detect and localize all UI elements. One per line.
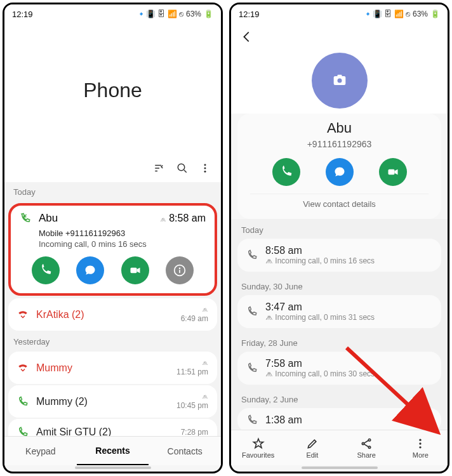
- svg-point-13: [368, 439, 370, 440]
- incoming-call-icon: [246, 249, 258, 261]
- top-nav: [231, 23, 448, 50]
- call-time: 11:51 pm: [176, 367, 208, 376]
- call-history[interactable]: Today 8:58 am ⩕ Incoming call, 0 mins 16…: [231, 219, 448, 430]
- history-row[interactable]: 1:38 am: [237, 408, 441, 430]
- call-row[interactable]: Mummy ⩕11:51 pm: [8, 352, 217, 384]
- history-section: Today: [231, 219, 448, 239]
- history-section: Sunday, 30 June: [231, 275, 448, 295]
- avatar-section: [231, 50, 448, 114]
- message-button[interactable]: [76, 256, 104, 284]
- info-button[interactable]: [166, 256, 194, 284]
- page-title: Phone: [83, 79, 142, 102]
- incoming-call-icon: [246, 414, 258, 426]
- history-time: 1:38 am: [265, 414, 302, 426]
- svg-point-9: [337, 79, 342, 83]
- history-time: 3:47 am: [265, 301, 375, 313]
- call-name: Abu: [39, 212, 152, 225]
- more-icon[interactable]: [199, 162, 211, 174]
- history-row[interactable]: 8:58 am ⩕ Incoming call, 0 mins 16 secs: [237, 239, 441, 272]
- incoming-call-icon: [20, 213, 31, 224]
- call-name: KrAtika (2): [36, 309, 173, 321]
- bottom-action-bar: Favourites Edit Share More: [231, 430, 448, 465]
- history-detail: Incoming call, 0 mins 31 secs: [275, 313, 375, 322]
- home-indicator[interactable]: [75, 466, 151, 469]
- contact-history-screen: 12:19 🔹📳 🗄 📶 ⎋ 63%🔋 Abu +911161192963: [229, 3, 449, 473]
- contact-number: +911161192963: [237, 139, 441, 149]
- svg-point-2: [204, 168, 206, 169]
- incoming-call-icon: [17, 426, 29, 436]
- recents-list[interactable]: Today Abu ⩕ 8:58 am Mobile +911161192963…: [4, 182, 221, 436]
- svg-point-12: [362, 442, 364, 444]
- svg-point-16: [420, 442, 422, 444]
- missed-call-icon: [17, 309, 29, 321]
- svg-rect-7: [179, 270, 180, 273]
- history-row[interactable]: 3:47 am ⩕ Incoming call, 0 mins 31 secs: [237, 295, 441, 328]
- call-time: 7:28 pm: [181, 428, 208, 436]
- svg-point-1: [204, 164, 206, 166]
- call-button[interactable]: [272, 158, 300, 186]
- incoming-call-icon: [246, 306, 258, 317]
- call-button[interactable]: [32, 256, 60, 284]
- expanded-call-card[interactable]: Abu ⩕ 8:58 am Mobile +911161192963 Incom…: [8, 203, 217, 296]
- history-section: Friday, 28 June: [231, 332, 448, 352]
- wifi-call-icon: ⩕: [160, 216, 166, 223]
- video-call-button[interactable]: [121, 256, 149, 284]
- tab-keypad[interactable]: Keypad: [4, 437, 77, 465]
- svg-point-3: [204, 171, 206, 173]
- history-time: 8:58 am: [265, 245, 375, 256]
- call-time: 10:45 pm: [176, 401, 208, 410]
- call-row[interactable]: Mummy (2) ⩕10:45 pm: [8, 385, 217, 418]
- tab-contacts[interactable]: Contacts: [149, 437, 221, 465]
- wifi-call-icon: ⩕: [265, 256, 275, 265]
- quick-actions: [20, 256, 206, 284]
- section-yesterday: Yesterday: [4, 332, 221, 350]
- tab-share[interactable]: Share: [340, 430, 394, 465]
- incoming-call-icon: [17, 396, 29, 407]
- call-name: Amit Sir GTU (2): [36, 426, 173, 436]
- contact-name: Abu: [237, 120, 441, 136]
- contact-avatar[interactable]: [312, 53, 368, 109]
- section-today: Today: [4, 182, 221, 201]
- history-detail: Incoming call, 0 mins 30 secs: [275, 369, 375, 378]
- video-call-button[interactable]: [379, 158, 407, 186]
- svg-point-17: [420, 446, 422, 448]
- status-icons: 🔹📳 🗄 📶 ⎋ 63%🔋: [363, 10, 440, 18]
- history-section: Sunday, 2 June: [231, 388, 448, 408]
- svg-point-6: [179, 267, 181, 269]
- call-row[interactable]: Amit Sir GTU (2) 7:28 pm: [8, 419, 217, 436]
- history-detail: Incoming call, 0 mins 16 secs: [275, 256, 375, 265]
- back-icon[interactable]: [240, 30, 254, 44]
- status-bar: 12:19 🔹📳 🗄 📶 ⎋ 63%🔋: [231, 4, 448, 23]
- svg-rect-4: [130, 268, 136, 273]
- svg-point-0: [178, 164, 185, 171]
- tab-more[interactable]: More: [394, 430, 448, 465]
- home-indicator[interactable]: [302, 466, 378, 469]
- search-icon[interactable]: [176, 162, 188, 174]
- message-button[interactable]: [326, 158, 354, 186]
- app-header: Phone: [4, 23, 221, 157]
- incoming-call-icon: [246, 362, 258, 374]
- toolbar: [4, 157, 221, 182]
- missed-call-icon: [17, 362, 29, 374]
- status-time: 12:19: [12, 10, 33, 19]
- svg-rect-10: [337, 75, 342, 77]
- wifi-call-icon: ⩕: [265, 313, 275, 322]
- tab-favourites[interactable]: Favourites: [231, 430, 285, 465]
- call-row[interactable]: KrAtika (2) ⩕6:49 am: [8, 298, 217, 331]
- wifi-call-icon: ⩕: [265, 369, 275, 378]
- svg-point-15: [420, 439, 422, 440]
- filter-icon[interactable]: [154, 162, 165, 174]
- history-row[interactable]: 7:58 am ⩕ Incoming call, 0 mins 30 secs: [237, 352, 441, 385]
- contact-card: Abu +911161192963 View contact details: [237, 114, 441, 219]
- view-contact-details-link[interactable]: View contact details: [250, 194, 429, 211]
- tab-edit[interactable]: Edit: [285, 430, 339, 465]
- svg-rect-11: [388, 169, 394, 175]
- call-name: Mummy: [36, 362, 169, 374]
- call-detail: Incoming call, 0 mins 16 secs: [39, 239, 206, 249]
- phone-app-recents-screen: 12:19 🔹📳 🗄 📶 ⎋ 63%🔋 Phone Today Abu: [3, 3, 223, 473]
- svg-point-14: [368, 446, 370, 448]
- call-number: Mobile +911161192963: [39, 228, 206, 238]
- bottom-tabs: Keypad Recents Contacts: [4, 436, 221, 465]
- tab-recents[interactable]: Recents: [77, 437, 149, 465]
- call-time: 6:49 am: [181, 314, 208, 323]
